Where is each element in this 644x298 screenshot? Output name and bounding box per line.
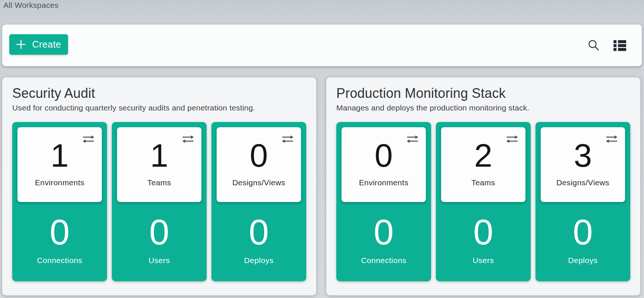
stat-tile-environments-connections[interactable]: 1 Environments 0 Connections bbox=[12, 122, 107, 281]
stat-label: Users bbox=[112, 256, 207, 265]
stat-label: Connections bbox=[12, 256, 107, 265]
stat-value: 0 bbox=[211, 214, 306, 250]
toolbar: Create bbox=[2, 25, 642, 66]
create-button-label: Create bbox=[32, 39, 61, 50]
list-view-icon bbox=[614, 40, 626, 51]
stat-tile-designs-deploys[interactable]: 0 Designs/Views 0 Deploys bbox=[211, 122, 306, 281]
tile-top-panel: 0 Designs/Views bbox=[217, 127, 301, 202]
stat-value: 0 bbox=[12, 214, 107, 250]
stat-label: Deploys bbox=[211, 256, 306, 265]
create-workspace-button[interactable]: Create bbox=[9, 34, 68, 55]
stat-label: Environments bbox=[342, 178, 426, 187]
workspace-description: Manages and deploys the production monit… bbox=[336, 103, 529, 112]
stat-value: 1 bbox=[117, 139, 201, 172]
search-button[interactable] bbox=[585, 37, 602, 54]
stat-label: Designs/Views bbox=[217, 178, 301, 187]
stat-label: Teams bbox=[117, 178, 201, 187]
workspace-name: Security Audit bbox=[12, 86, 95, 101]
stat-label: Teams bbox=[441, 178, 525, 187]
toolbar-icons bbox=[585, 25, 628, 66]
workspaces-page: All Workspaces Create bbox=[0, 0, 644, 298]
stat-value: 0 bbox=[217, 139, 301, 172]
tile-top-panel: 3 Designs/Views bbox=[541, 127, 625, 202]
stat-value: 0 bbox=[112, 214, 207, 250]
stat-tile-environments-connections[interactable]: 0 Environments 0 Connections bbox=[336, 122, 431, 281]
search-icon bbox=[587, 39, 600, 52]
workspace-cards: Security Audit Used for conducting quart… bbox=[2, 77, 640, 295]
workspace-card-production-monitoring-stack: Production Monitoring Stack Manages and … bbox=[326, 77, 640, 295]
stat-tiles-row: 1 Environments 0 Connections bbox=[12, 122, 306, 281]
stat-tile-teams-users[interactable]: 1 Teams 0 Users bbox=[112, 122, 207, 281]
workspace-card-security-audit: Security Audit Used for conducting quart… bbox=[2, 77, 316, 295]
stat-value: 0 bbox=[342, 139, 426, 172]
plus-icon bbox=[16, 39, 26, 49]
workspace-name: Production Monitoring Stack bbox=[336, 86, 506, 101]
stat-label: Users bbox=[436, 256, 531, 265]
tile-top-panel: 0 Environments bbox=[342, 127, 426, 202]
stat-tile-teams-users[interactable]: 2 Teams 0 Users bbox=[436, 122, 531, 281]
stat-value: 2 bbox=[441, 139, 525, 172]
stat-label: Connections bbox=[336, 256, 431, 265]
stat-tiles-row: 0 Environments 0 Connections bbox=[336, 122, 630, 281]
stat-value: 0 bbox=[436, 214, 531, 250]
stat-value: 0 bbox=[535, 214, 630, 250]
stat-value: 1 bbox=[17, 139, 102, 172]
list-view-button[interactable] bbox=[612, 38, 628, 52]
stat-value: 3 bbox=[541, 139, 625, 172]
tile-top-panel: 2 Teams bbox=[441, 127, 525, 202]
stat-label: Deploys bbox=[535, 256, 630, 265]
tile-top-panel: 1 Teams bbox=[117, 127, 201, 202]
stat-label: Designs/Views bbox=[541, 178, 625, 187]
tile-top-panel: 1 Environments bbox=[17, 127, 102, 202]
stat-value: 0 bbox=[336, 214, 431, 250]
stat-tile-designs-deploys[interactable]: 3 Designs/Views 0 Deploys bbox=[535, 122, 630, 281]
stat-label: Environments bbox=[17, 178, 102, 187]
workspace-description: Used for conducting quarterly security a… bbox=[12, 103, 255, 112]
page-title: All Workspaces bbox=[3, 1, 59, 10]
